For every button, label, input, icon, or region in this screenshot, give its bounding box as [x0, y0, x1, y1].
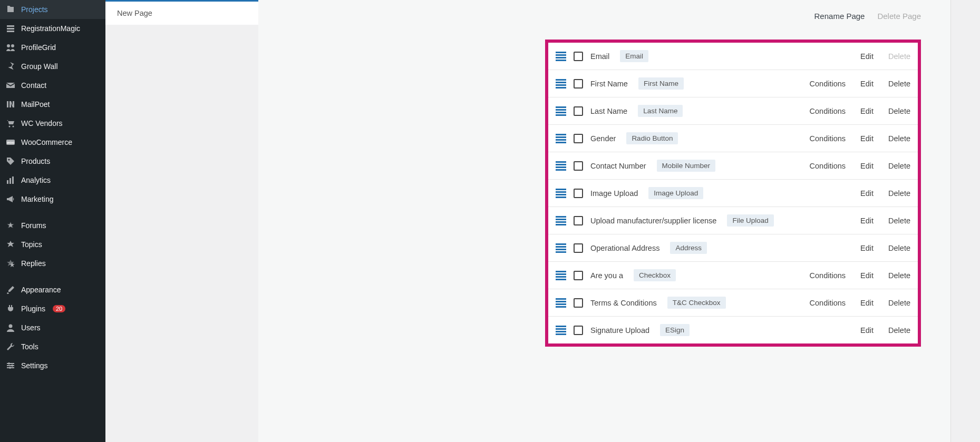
field-name-label: Operational Address — [590, 244, 659, 252]
delete-link[interactable]: Delete — [888, 80, 910, 88]
row-actions: EditDelete — [860, 189, 910, 198]
edit-link[interactable]: Edit — [860, 299, 874, 307]
sidebar-item-products[interactable]: Products — [0, 152, 105, 171]
delete-link[interactable]: Delete — [888, 217, 910, 225]
delete-link[interactable]: Delete — [888, 326, 910, 335]
select-checkbox[interactable] — [574, 79, 583, 89]
sidebar-item-label: Topics — [21, 240, 42, 249]
edit-link[interactable]: Edit — [860, 107, 874, 115]
delete-link[interactable]: Delete — [888, 162, 910, 170]
edit-link[interactable]: Edit — [860, 217, 874, 225]
conditions-link[interactable]: Conditions — [810, 271, 846, 280]
edit-link[interactable]: Edit — [860, 80, 874, 88]
edit-link[interactable]: Edit — [860, 52, 874, 61]
conditions-link[interactable]: Conditions — [810, 134, 846, 143]
delete-link[interactable]: Delete — [888, 299, 910, 307]
sidebar-item-replies[interactable]: Replies — [0, 254, 105, 273]
analytics-icon — [5, 175, 16, 185]
select-checkbox[interactable] — [574, 298, 583, 308]
conditions-link[interactable]: Conditions — [810, 299, 846, 307]
field-type-tag: Radio Button — [626, 132, 678, 144]
select-checkbox[interactable] — [574, 189, 583, 198]
sidebar-item-marketing[interactable]: Marketing — [0, 190, 105, 209]
drag-handle-icon[interactable] — [556, 271, 566, 280]
topics-icon — [5, 239, 16, 250]
delete-link[interactable]: Delete — [888, 271, 910, 280]
row-actions: EditDelete — [860, 217, 910, 225]
svg-point-2 — [9, 126, 11, 127]
edit-link[interactable]: Edit — [860, 271, 874, 280]
delete-link[interactable]: Delete — [888, 134, 910, 143]
field-name-label: Last Name — [590, 107, 627, 115]
edit-link[interactable]: Edit — [860, 244, 874, 252]
sidebar-item-woocommerce[interactable]: wooWooCommerce — [0, 133, 105, 152]
drag-handle-icon[interactable] — [556, 298, 566, 308]
sidebar-item-analytics[interactable]: Analytics — [0, 171, 105, 190]
sidebar-item-label: Analytics — [21, 176, 51, 184]
delete-link[interactable]: Delete — [888, 244, 910, 252]
drag-handle-icon[interactable] — [556, 243, 566, 253]
sidebar-item-settings[interactable]: Settings — [0, 356, 105, 375]
edit-link[interactable]: Edit — [860, 162, 874, 170]
edit-link[interactable]: Edit — [860, 326, 874, 335]
sidebar-item-contact[interactable]: Contact — [0, 76, 105, 95]
drag-handle-icon[interactable] — [556, 326, 566, 335]
field-type-tag: Checkbox — [634, 269, 676, 281]
sidebar-item-label: ProfileGrid — [21, 43, 56, 52]
field-name-label: Upload manufacturer/supplier license — [590, 217, 716, 225]
svg-rect-16 — [9, 367, 11, 369]
row-actions: ConditionsEditDelete — [810, 107, 910, 115]
sidebar-item-wc-vendors[interactable]: WC Vendors — [0, 114, 105, 133]
sidebar-item-registrationmagic[interactable]: RegistrationMagic — [0, 19, 105, 38]
drag-handle-icon[interactable] — [556, 216, 566, 225]
sidebar-item-plugins[interactable]: Plugins20 — [0, 299, 105, 318]
sidebar-item-tools[interactable]: Tools — [0, 337, 105, 356]
select-checkbox[interactable] — [574, 326, 583, 335]
sidebar-item-forums[interactable]: Forums — [0, 216, 105, 235]
drag-handle-icon[interactable] — [556, 161, 566, 171]
field-name-label: First Name — [590, 80, 628, 88]
field-type-tag: Image Upload — [648, 187, 703, 199]
drag-handle-icon[interactable] — [556, 189, 566, 198]
drag-handle-icon[interactable] — [556, 106, 566, 116]
row-actions: ConditionsEditDelete — [810, 80, 910, 88]
edit-link[interactable]: Edit — [860, 134, 874, 143]
sidebar-item-mailpoet[interactable]: MailPoet — [0, 95, 105, 114]
select-checkbox[interactable] — [574, 161, 583, 171]
sidebar-item-topics[interactable]: Topics — [0, 235, 105, 254]
sidebar-item-label: RegistrationMagic — [21, 24, 80, 33]
field-type-tag: T&C Checkbox — [667, 297, 726, 309]
delete-page-link[interactable]: Delete Page — [877, 12, 921, 21]
select-checkbox[interactable] — [574, 52, 583, 61]
svg-rect-11 — [7, 363, 14, 364]
conditions-link[interactable]: Conditions — [810, 107, 846, 115]
conditions-link[interactable]: Conditions — [810, 162, 846, 170]
select-checkbox[interactable] — [574, 243, 583, 253]
sidebar-item-group-wall[interactable]: Group Wall — [0, 57, 105, 76]
svg-point-1 — [11, 44, 14, 47]
right-gutter — [950, 0, 980, 442]
sidebar-item-profilegrid[interactable]: ProfileGrid — [0, 38, 105, 57]
drag-handle-icon[interactable] — [556, 134, 566, 143]
pin-icon — [5, 61, 16, 72]
sidebar-item-projects[interactable]: Projects — [0, 0, 105, 19]
sidebar-item-appearance[interactable]: Appearance — [0, 280, 105, 299]
new-page-tab[interactable]: New Page — [105, 0, 258, 25]
field-type-tag: ESign — [660, 324, 690, 336]
select-checkbox[interactable] — [574, 271, 583, 280]
profilegrid-icon — [5, 42, 16, 53]
delete-link[interactable]: Delete — [888, 107, 910, 115]
select-checkbox[interactable] — [574, 134, 583, 143]
select-checkbox[interactable] — [574, 106, 583, 116]
field-row: Last NameLast NameConditionsEditDelete — [548, 97, 918, 125]
delete-link[interactable]: Delete — [888, 189, 910, 198]
svg-point-3 — [13, 126, 14, 127]
select-checkbox[interactable] — [574, 216, 583, 225]
settings-icon — [5, 360, 16, 371]
rename-page-link[interactable]: Rename Page — [814, 12, 865, 21]
conditions-link[interactable]: Conditions — [810, 80, 846, 88]
sidebar-item-users[interactable]: Users — [0, 318, 105, 337]
edit-link[interactable]: Edit — [860, 189, 874, 198]
drag-handle-icon[interactable] — [556, 79, 566, 89]
drag-handle-icon[interactable] — [556, 52, 566, 61]
